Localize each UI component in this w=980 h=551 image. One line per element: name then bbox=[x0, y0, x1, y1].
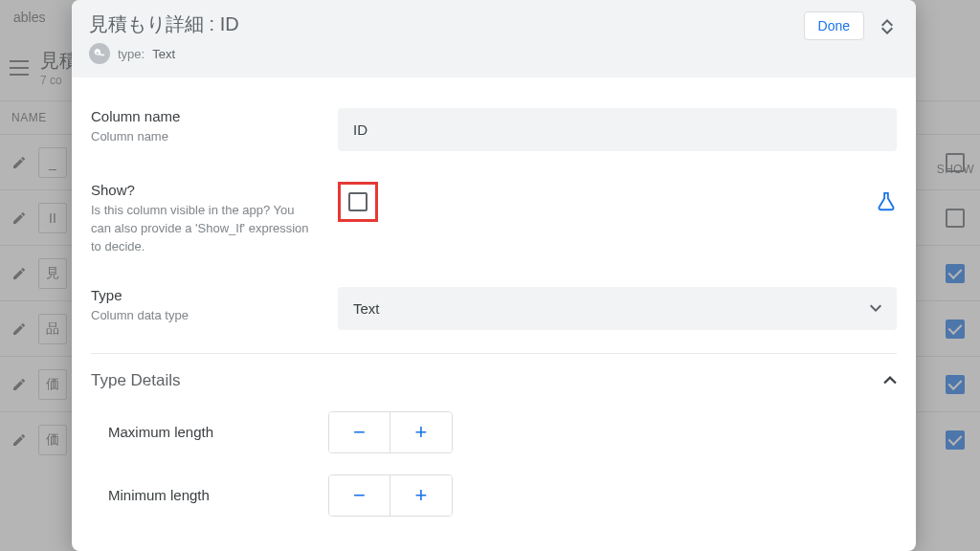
show-checkbox[interactable] bbox=[348, 192, 368, 211]
modal-title: 見積もり詳細 : ID bbox=[89, 11, 792, 37]
chevron-up-icon bbox=[881, 19, 893, 27]
type-details-header[interactable]: Type Details bbox=[91, 354, 897, 404]
min-length-stepper: − + bbox=[328, 474, 453, 517]
type-field-label: Type bbox=[91, 287, 311, 303]
field-max-length: Maximum length − + bbox=[91, 404, 897, 467]
key-icon bbox=[89, 43, 110, 64]
caret-down-icon bbox=[870, 304, 881, 312]
modal-header: 見積もり詳細 : ID type: Text Done bbox=[72, 0, 916, 77]
column-name-label: Column name bbox=[91, 108, 311, 124]
prev-next-column[interactable] bbox=[876, 11, 899, 42]
type-field-desc: Column data type bbox=[91, 307, 311, 325]
max-length-label: Maximum length bbox=[108, 424, 328, 440]
column-edit-modal: 見積もり詳細 : ID type: Text Done Column name … bbox=[72, 0, 916, 551]
field-type: Type Column data type Text bbox=[91, 274, 897, 347]
type-details-title: Type Details bbox=[91, 371, 181, 390]
max-length-increment[interactable]: + bbox=[390, 412, 452, 452]
field-column-name: Column name Column name bbox=[91, 95, 897, 168]
done-button[interactable]: Done bbox=[804, 11, 864, 40]
type-value: Text bbox=[152, 47, 175, 61]
field-show: Show? Is this column visible in the app?… bbox=[91, 168, 897, 274]
column-name-desc: Column name bbox=[91, 128, 311, 146]
show-desc: Is this column visible in the app? You c… bbox=[91, 202, 311, 256]
field-min-length: Minimum length − + bbox=[91, 467, 897, 530]
column-name-input[interactable] bbox=[338, 108, 897, 151]
flask-icon[interactable] bbox=[876, 191, 897, 212]
type-label: type: bbox=[118, 47, 145, 61]
min-length-decrement[interactable]: − bbox=[329, 475, 390, 516]
chevron-down-icon bbox=[881, 27, 893, 34]
min-length-label: Minimum length bbox=[108, 487, 328, 503]
type-select[interactable]: Text bbox=[338, 287, 897, 330]
max-length-stepper: − + bbox=[328, 411, 453, 453]
max-length-decrement[interactable]: − bbox=[329, 412, 390, 452]
show-label: Show? bbox=[91, 182, 311, 198]
type-select-value: Text bbox=[353, 300, 380, 317]
chevron-up-icon bbox=[883, 376, 897, 385]
show-checkbox-highlight bbox=[338, 182, 378, 222]
min-length-increment[interactable]: + bbox=[390, 475, 452, 516]
